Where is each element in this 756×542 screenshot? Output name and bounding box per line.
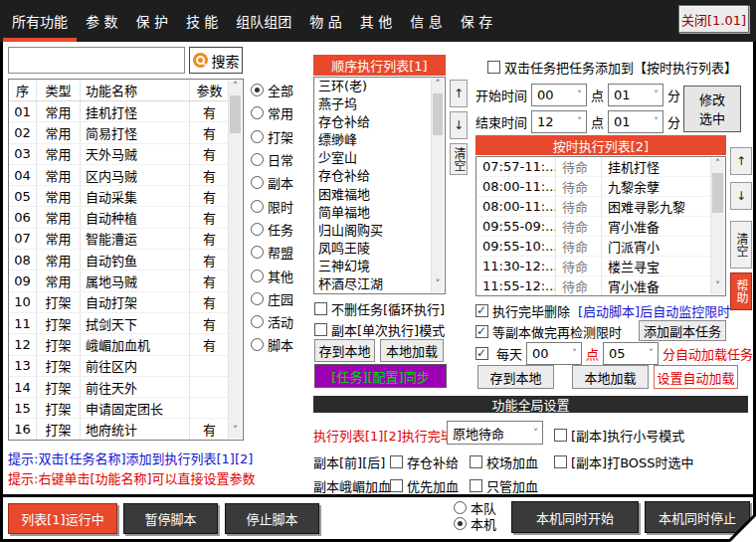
menu-item[interactable]: 保 护 — [126, 0, 176, 42]
scrollbar-thumb[interactable] — [433, 93, 443, 135]
set-autoload-button[interactable]: 设置自动加载 — [654, 365, 738, 389]
start-hour-select[interactable]: 00 ˅ — [531, 84, 587, 106]
list-item[interactable]: 少室山 — [314, 149, 433, 167]
menu-item[interactable]: 所有功能 — [3, 0, 77, 42]
list-item[interactable]: 三神幻境 — [314, 258, 433, 275]
timed-task-row[interactable]: 11:30-12:...待命楼兰寻宝 — [476, 257, 711, 276]
table-row[interactable]: 07常用智能漕运有 — [9, 229, 230, 250]
end-hour-select[interactable]: 12 ˅ — [531, 110, 587, 133]
daily-minute-select[interactable]: 05 ˅ — [603, 342, 659, 365]
list-item[interactable]: 三环(老) — [314, 78, 433, 95]
scroll-down-icon[interactable]: ˅ — [229, 425, 242, 439]
timed-task-row[interactable]: 08:00-11:...待命困难寻影九黎 — [476, 197, 711, 217]
table-row[interactable]: 15打架申请固定团长 — [9, 398, 230, 419]
search-input[interactable] — [8, 47, 185, 74]
menu-item[interactable]: 参 数 — [77, 0, 126, 42]
list1-running-button[interactable]: 列表[1]运行中 — [8, 503, 117, 534]
menu-item[interactable]: 信 息 — [401, 0, 451, 42]
modify-selected-button[interactable]: 修改选中 — [683, 86, 741, 132]
daily-hour-select[interactable]: 00 ˅ — [526, 342, 582, 365]
table-row[interactable]: 06常用自动种植有 — [9, 207, 230, 228]
table-row[interactable]: 08常用自动钓鱼有 — [9, 250, 230, 271]
menu-item[interactable]: 物 品 — [300, 0, 350, 42]
list2-move-up-button[interactable]: ↑ — [730, 147, 752, 175]
category-radio[interactable]: 活动 — [251, 310, 312, 333]
table-row[interactable]: 14打架前往天外 — [9, 377, 230, 398]
pause-script-button[interactable]: 暂停脚本 — [123, 503, 218, 534]
table-row[interactable]: 03常用天外马贼有 — [9, 144, 230, 165]
list-item[interactable]: 困难福地 — [314, 186, 433, 204]
list2-save-local-button[interactable]: 存到本地 — [477, 365, 554, 389]
list2-help-button[interactable]: 帮助 — [730, 272, 752, 310]
timed-list-scrollbar[interactable]: ˄ ˅ — [710, 158, 724, 294]
category-radio[interactable]: 脚本 — [251, 333, 312, 356]
list1-move-up-button[interactable]: ↑ — [450, 80, 468, 107]
table-scrollbar[interactable]: ˄ ˅ — [228, 81, 242, 439]
checkbox[interactable] — [470, 479, 482, 492]
column-header[interactable]: 序 — [9, 80, 37, 100]
checkbox[interactable] — [314, 323, 327, 336]
category-radio[interactable]: 任务 — [251, 218, 312, 241]
start-minute-select[interactable]: 01 ˅ — [608, 84, 663, 106]
category-radio[interactable]: 全部 — [251, 79, 312, 101]
category-radio[interactable]: 常用 — [251, 101, 312, 124]
checkbox[interactable] — [554, 455, 567, 468]
table-row[interactable]: 05常用自动采集有 — [9, 186, 230, 207]
scrollbar-thumb[interactable] — [230, 95, 241, 133]
table-row[interactable]: 09常用属地马贼有 — [9, 271, 230, 291]
search-button[interactable]: 搜索 — [189, 47, 243, 74]
scroll-up-icon[interactable]: ˄ — [711, 158, 724, 172]
column-header[interactable]: 类型 — [37, 80, 81, 100]
scroll-up-icon[interactable]: ˄ — [432, 79, 444, 92]
timed-task-row[interactable]: 07:57-11:...待命挂机打怪 — [476, 157, 711, 177]
table-row[interactable]: 13打架前往区内 — [9, 356, 230, 377]
menu-item[interactable]: 保 存 — [452, 0, 501, 42]
list2-clear-button[interactable]: 清空 — [730, 221, 752, 269]
checkbox[interactable] — [475, 347, 488, 360]
list-item[interactable]: 燕子坞 — [314, 95, 433, 113]
table-row[interactable]: 04常用区内马贼有 — [9, 165, 230, 186]
scroll-down-icon[interactable]: ˅ — [432, 278, 444, 292]
list1-move-down-button[interactable]: ↓ — [450, 111, 468, 139]
list-item[interactable]: 存仓补给 — [314, 167, 433, 185]
scroll-down-icon[interactable]: ˅ — [711, 280, 724, 294]
menu-item[interactable]: 其 他 — [351, 0, 401, 42]
category-radio[interactable]: 庄园 — [251, 287, 312, 310]
checkbox[interactable] — [475, 325, 488, 338]
timed-task-row[interactable]: 09:55-09:...待命宵小准备 — [476, 217, 711, 237]
category-radio[interactable]: 副本 — [251, 171, 312, 194]
checkbox[interactable] — [390, 455, 403, 468]
add-dungeon-task-button[interactable]: 添加副本任务 — [639, 320, 726, 341]
list-item[interactable]: 存仓补给 — [314, 113, 433, 131]
table-row[interactable]: 16打架地府统计有 — [9, 419, 230, 440]
scope-radio[interactable]: 本机 — [454, 515, 496, 531]
list-item[interactable]: 简单福地 — [314, 204, 433, 222]
stop-script-button[interactable]: 停止脚本 — [225, 503, 319, 534]
timed-task-row[interactable]: 11:55-12:...待命宵小准备 — [476, 276, 711, 296]
list-item[interactable]: 杯酒尽江湖 — [314, 275, 433, 293]
column-header[interactable]: 参数 — [190, 80, 229, 100]
checkbox[interactable] — [475, 304, 488, 317]
list-item[interactable]: 归山阁购买 — [314, 222, 433, 240]
scroll-up-icon[interactable]: ˄ — [229, 81, 242, 94]
list-item[interactable]: 凤鸣王陵 — [314, 240, 433, 258]
list2-load-local-button[interactable]: 本地加载 — [572, 365, 649, 389]
task-config-sync-button[interactable]: [任务][配置]同步 — [314, 364, 447, 388]
table-row[interactable]: 12打架峨嵋加血机有 — [9, 334, 230, 355]
list2-move-down-button[interactable]: ↓ — [730, 182, 752, 210]
menu-item[interactable]: 组队组团 — [227, 0, 300, 42]
checkbox[interactable] — [487, 61, 500, 74]
checkbox[interactable] — [390, 479, 403, 492]
menu-item[interactable]: 技 能 — [177, 0, 227, 42]
checkbox[interactable] — [554, 429, 567, 442]
close-button[interactable]: 关闭[1.01] — [678, 5, 749, 33]
table-row[interactable]: 10打架自动打架有 — [9, 292, 230, 313]
start-all-local-button[interactable]: 本机同时开始 — [511, 501, 639, 533]
category-radio[interactable]: 限时 — [251, 194, 312, 217]
category-radio[interactable]: 打架 — [251, 125, 312, 148]
category-radio[interactable]: 日常 — [251, 148, 312, 171]
table-row[interactable]: 02常用简易打怪有 — [9, 122, 230, 143]
end-minute-select[interactable]: 01 ˅ — [608, 110, 663, 133]
list1-save-local-button[interactable]: 存到本地 — [314, 339, 375, 362]
timed-task-row[interactable]: 08:00-11:...待命九黎余孽 — [476, 177, 711, 197]
